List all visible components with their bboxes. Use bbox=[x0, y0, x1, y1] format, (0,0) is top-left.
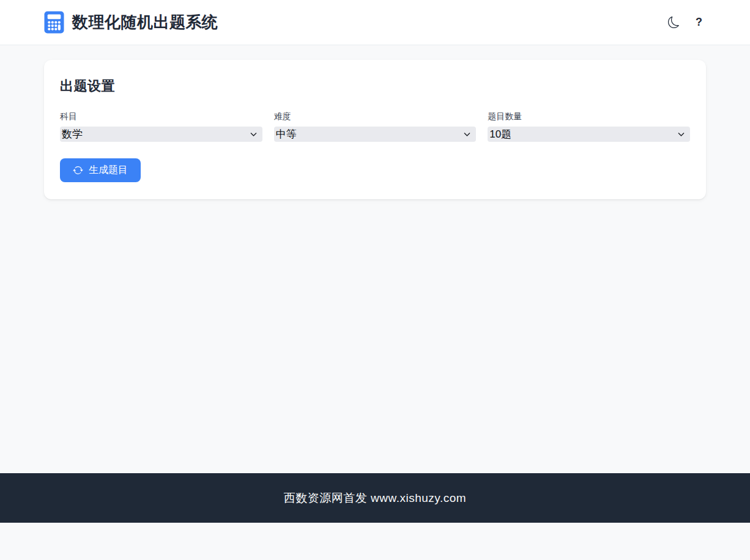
settings-card: 出题设置 科目 数学 难度 bbox=[44, 60, 706, 199]
generate-button[interactable]: 生成题目 bbox=[60, 158, 141, 182]
main-content: 出题设置 科目 数学 难度 bbox=[0, 45, 750, 473]
theme-toggle-button[interactable] bbox=[664, 14, 683, 31]
subject-label: 科目 bbox=[60, 111, 262, 122]
generate-button-label: 生成题目 bbox=[89, 164, 128, 177]
help-button[interactable]: ? bbox=[692, 13, 706, 31]
page-footer: 西数资源网首发 www.xishuzy.com bbox=[0, 473, 750, 523]
moon-icon bbox=[668, 17, 680, 28]
difficulty-label: 难度 bbox=[274, 111, 477, 122]
header-actions: ? bbox=[664, 13, 706, 31]
brand: 数理化随机出题系统 bbox=[44, 11, 218, 34]
question-count-select[interactable]: 10题 bbox=[488, 127, 690, 142]
subject-select[interactable]: 数学 bbox=[60, 127, 262, 142]
app-header: 数理化随机出题系统 ? bbox=[0, 0, 750, 45]
fields-grid: 科目 数学 难度 中等 bbox=[60, 111, 690, 142]
difficulty-field: 难度 中等 bbox=[274, 111, 477, 142]
settings-card-title: 出题设置 bbox=[60, 77, 690, 95]
difficulty-select[interactable]: 中等 bbox=[274, 127, 477, 142]
footer-text: 西数资源网首发 www.xishuzy.com bbox=[284, 490, 466, 506]
refresh-icon bbox=[73, 165, 83, 175]
calculator-icon bbox=[44, 11, 64, 34]
app-title: 数理化随机出题系统 bbox=[72, 12, 218, 33]
question-count-label: 题目数量 bbox=[488, 111, 690, 122]
below-footer-spacer bbox=[0, 523, 750, 560]
question-count-field: 题目数量 10题 bbox=[488, 111, 690, 142]
subject-field: 科目 数学 bbox=[60, 111, 262, 142]
